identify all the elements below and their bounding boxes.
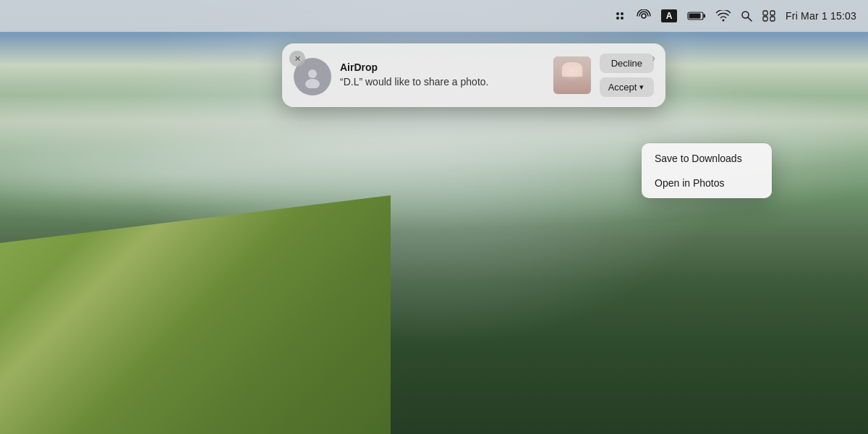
svg-rect-13	[763, 17, 767, 21]
notification-banner: ✕ › AirDrop “D.L” would like to share a …	[282, 43, 665, 107]
svg-rect-7	[689, 14, 701, 19]
accept-dropdown-menu: Save to Downloads Open in Photos	[642, 143, 772, 198]
svg-point-3	[621, 17, 624, 20]
notification-title: AirDrop	[340, 61, 545, 73]
wifi-icon[interactable]	[716, 10, 731, 22]
accept-chevron-icon: ▾	[639, 82, 644, 92]
decline-button[interactable]: Decline	[600, 54, 654, 73]
svg-point-15	[308, 69, 317, 78]
svg-point-0	[616, 12, 619, 15]
notification-content: AirDrop “D.L” would like to share a phot…	[340, 61, 545, 89]
svg-rect-12	[770, 11, 775, 15]
svg-rect-11	[763, 11, 767, 15]
accept-button[interactable]: Accept ▾	[600, 77, 654, 97]
font-icon[interactable]: A	[661, 9, 677, 22]
airdrop-icon[interactable]	[637, 9, 651, 22]
svg-rect-14	[770, 17, 775, 21]
svg-point-8	[723, 20, 725, 22]
svg-line-10	[748, 17, 752, 21]
svg-point-1	[621, 12, 624, 15]
save-to-downloads-item[interactable]: Save to Downloads	[642, 146, 772, 171]
notification-expand-chevron[interactable]: ›	[652, 52, 655, 64]
notification-photo-thumbnail	[553, 56, 591, 94]
menubar-icons: A	[613, 9, 775, 22]
dots-icon[interactable]	[613, 9, 626, 22]
open-in-photos-item[interactable]: Open in Photos	[642, 171, 772, 195]
svg-point-16	[305, 79, 320, 88]
menubar-datetime: Fri Mar 1 15:03	[786, 10, 856, 22]
controlcenter-icon[interactable]	[762, 10, 775, 22]
search-icon[interactable]	[741, 10, 752, 22]
battery-icon[interactable]	[687, 11, 706, 21]
svg-point-2	[616, 17, 619, 20]
svg-point-4	[642, 14, 646, 18]
notification-body: “D.L” would like to share a photo.	[340, 75, 545, 89]
notification-actions: Decline Accept ▾	[600, 54, 654, 97]
svg-rect-6	[704, 14, 706, 18]
menubar: A	[0, 0, 868, 32]
notification-close-button[interactable]: ✕	[289, 51, 305, 67]
